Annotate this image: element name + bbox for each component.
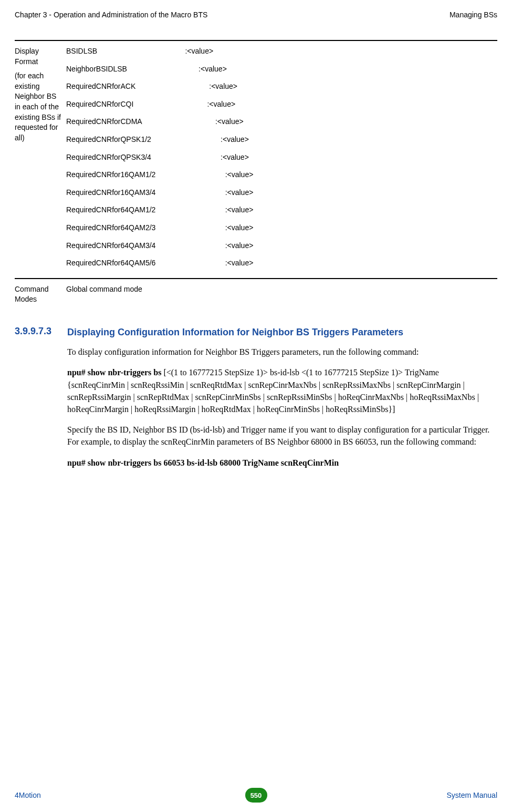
- example-command-bold: npu# show nbr-triggers bs 66053 bs-id-ls…: [67, 458, 339, 467]
- intro-paragraph: To display configuration information for…: [67, 346, 497, 358]
- display-format-value: <value>: [227, 205, 254, 215]
- display-format-content: BSIDLSB :<value>NeighborBSIDLSB :<value>…: [66, 46, 497, 269]
- section-heading: 3.9.9.7.3 Displaying Configuration Infor…: [15, 326, 497, 338]
- page-header: Chapter 3 - Operation and Administration…: [15, 11, 497, 19]
- display-format-value: <value>: [217, 117, 244, 127]
- display-format-sublabel: (for each existing Neighbor BS in each o…: [15, 71, 63, 143]
- display-format-key: RequiredCNRfor16QAM3/4 :: [66, 188, 227, 198]
- command-modes-value: Global command mode: [66, 284, 497, 305]
- display-format-key: RequiredCNRfor16QAM1/2 :: [66, 170, 227, 180]
- display-format-key: RequiredCNRfor64QAM5/6 :: [66, 258, 227, 269]
- header-right: Managing BSs: [450, 11, 497, 19]
- display-format-key: RequiredCNRfor64QAM2/3 :: [66, 223, 227, 233]
- display-format-row: RequiredCNRforCDMA :<value>: [66, 117, 497, 127]
- display-format-key: NeighborBSIDLSB :: [66, 64, 201, 75]
- display-format-value: <value>: [223, 152, 249, 163]
- display-format-row: RequiredCNRfor64QAM5/6 :<value>: [66, 258, 497, 269]
- display-format-value: <value>: [201, 64, 227, 75]
- display-format-key: RequiredCNRforCQI :: [66, 99, 209, 110]
- command-modes-label: Command Modes: [15, 284, 66, 305]
- display-format-key: RequiredCNRforQPSK1/2 :: [66, 135, 223, 145]
- page: Chapter 3 - Operation and Administration…: [0, 0, 512, 812]
- heading-title: Displaying Configuration Information for…: [67, 326, 403, 338]
- display-format-label: Display Format: [15, 46, 63, 67]
- display-format-row: RequiredCNRfor64QAM1/2 :<value>: [66, 205, 497, 215]
- display-format-section: Display Format (for each existing Neighb…: [15, 40, 497, 269]
- specify-paragraph: Specify the BS ID, Neighbor BS ID (bs-id…: [67, 424, 497, 448]
- footer-manual: System Manual: [447, 791, 497, 799]
- command-syntax-paragraph: npu# show nbr-triggers bs [<(1 to 167772…: [67, 366, 497, 415]
- display-format-row: RequiredCNRforCQI :<value>: [66, 99, 497, 110]
- heading-number: 3.9.9.7.3: [15, 326, 67, 337]
- display-format-row: RequiredCNRfor64QAM2/3 :<value>: [66, 223, 497, 233]
- display-format-value: <value>: [227, 241, 254, 251]
- display-format-value: <value>: [211, 81, 237, 92]
- display-format-row: RequiredCNRfor16QAM3/4 :<value>: [66, 188, 497, 198]
- display-format-key: RequiredCNRforACK :: [66, 81, 211, 92]
- footer-product: 4Motion: [15, 791, 41, 799]
- display-format-value: <value>: [227, 258, 254, 269]
- display-format-row: RequiredCNRfor16QAM1/2 :<value>: [66, 170, 497, 180]
- display-format-value: <value>: [227, 223, 254, 233]
- display-format-row: RequiredCNRfor64QAM3/4 :<value>: [66, 241, 497, 251]
- display-format-key: BSIDLSB :: [66, 46, 187, 57]
- header-left: Chapter 3 - Operation and Administration…: [15, 11, 207, 19]
- display-format-key: RequiredCNRfor64QAM1/2 :: [66, 205, 227, 215]
- page-footer: 4Motion 550 System Manual: [15, 791, 497, 799]
- display-format-value: <value>: [187, 46, 213, 57]
- display-format-row: RequiredCNRforACK :<value>: [66, 81, 497, 92]
- display-format-value: <value>: [227, 188, 254, 198]
- display-format-key: RequiredCNRforCDMA :: [66, 117, 217, 127]
- display-format-row: BSIDLSB :<value>: [66, 46, 497, 57]
- display-format-row: RequiredCNRforQPSK3/4 :<value>: [66, 152, 497, 163]
- command-syntax-bold: npu# show nbr-triggers bs: [67, 368, 161, 377]
- display-format-key: RequiredCNRforQPSK3/4 :: [66, 152, 223, 163]
- display-format-key: RequiredCNRfor64QAM3/4 :: [66, 241, 227, 251]
- display-format-value: <value>: [223, 135, 249, 145]
- example-command-paragraph: npu# show nbr-triggers bs 66053 bs-id-ls…: [67, 457, 497, 469]
- footer-page-number: 550: [245, 788, 267, 803]
- display-format-value: <value>: [227, 170, 254, 180]
- display-format-row: NeighborBSIDLSB :<value>: [66, 64, 497, 75]
- display-format-value: <value>: [209, 99, 235, 110]
- display-format-row: RequiredCNRforQPSK1/2 :<value>: [66, 135, 497, 145]
- command-modes-section: Command Modes Global command mode: [15, 278, 497, 305]
- display-format-label-col: Display Format (for each existing Neighb…: [15, 46, 66, 269]
